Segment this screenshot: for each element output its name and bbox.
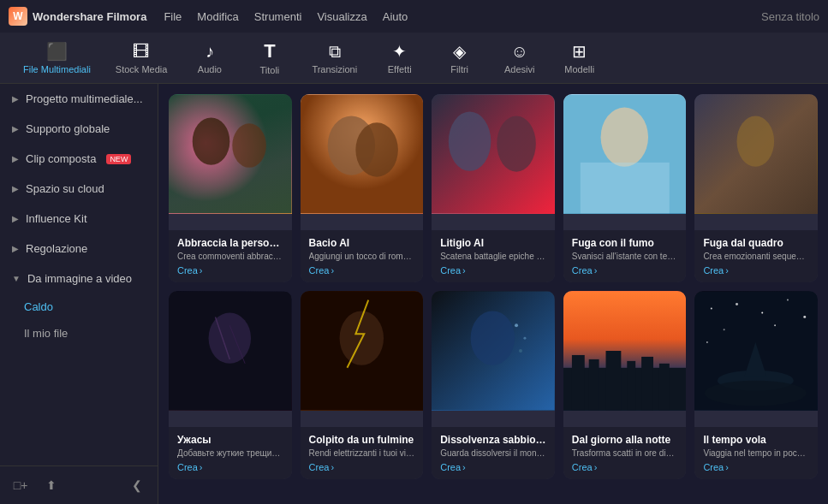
window-title: Senza titolo bbox=[761, 10, 819, 23]
new-folder-button[interactable]: □+ bbox=[9, 473, 33, 497]
svg-point-13 bbox=[737, 116, 775, 166]
chevron-icon-5: ▶ bbox=[12, 244, 19, 253]
import-button[interactable]: ⬆ bbox=[39, 473, 63, 497]
card-cta-2[interactable]: Crea › bbox=[309, 265, 415, 276]
menu-modifica[interactable]: Modifica bbox=[197, 10, 238, 23]
card-cta-4[interactable]: Crea › bbox=[572, 265, 678, 276]
menu-file[interactable]: File bbox=[164, 10, 182, 23]
card-thumb-8 bbox=[432, 291, 555, 411]
sidebar-item-spazio-su-cloud[interactable]: ▶ Spazio su cloud bbox=[0, 174, 158, 204]
titoli-icon: T bbox=[264, 40, 275, 62]
card-il-tempo-vola[interactable]: Il tempo vola Viaggia nel tempo in pochi… bbox=[694, 291, 818, 479]
svg-point-1 bbox=[193, 117, 230, 164]
card-info-5: Fuga dal quadro Crea emozionanti sequenz… bbox=[694, 230, 818, 282]
card-cta-1[interactable]: Crea › bbox=[177, 265, 283, 276]
thumb-art-9 bbox=[563, 291, 687, 411]
card-abbraccia-persona[interactable]: Abbraccia la person... Crea commoventi a… bbox=[169, 94, 292, 282]
card-info-2: Bacio AI Aggiungi un tocco di romanticis… bbox=[301, 230, 424, 282]
card-litigio-ai[interactable]: Litigio AI Scatena battaglie epiche con … bbox=[432, 94, 555, 282]
sidebar-item-label-0: Progetto multimediale... bbox=[26, 92, 143, 105]
svg-point-2 bbox=[232, 123, 266, 167]
sidebar-item-progetto-multimediale[interactable]: ▶ Progetto multimediale... bbox=[0, 84, 158, 114]
card-uzasy[interactable]: Ужасы Добавьте жуткие трещины, что... Cr… bbox=[169, 291, 292, 479]
sidebar-item-supporto-globale[interactable]: ▶ Supporto globale bbox=[0, 114, 158, 144]
card-dissolvenza-sabbiosa[interactable]: Dissolvenza sabbiosa Guarda dissolversi … bbox=[432, 291, 555, 479]
toolbar-effetti[interactable]: ✦ Effetti bbox=[372, 36, 427, 80]
sidebar-item-regolazione[interactable]: ▶ Regolazione bbox=[0, 234, 158, 264]
svg-point-37 bbox=[787, 299, 789, 301]
svg-rect-6 bbox=[432, 95, 555, 214]
svg-rect-32 bbox=[659, 364, 670, 410]
card-info-8: Dissolvenza sabbiosa Guarda dissolversi … bbox=[432, 427, 555, 479]
card-cta-9[interactable]: Crea › bbox=[572, 462, 678, 472]
card-title-1: Abbraccia la person... bbox=[177, 237, 283, 249]
svg-rect-30 bbox=[627, 361, 635, 410]
card-cta-6[interactable]: Crea › bbox=[177, 462, 283, 472]
modelli-label: Modelli bbox=[564, 64, 594, 74]
svg-point-22 bbox=[515, 323, 518, 327]
adesivi-icon: ☺ bbox=[510, 42, 527, 62]
svg-rect-27 bbox=[572, 355, 585, 410]
card-desc-2: Aggiungi un tocco di romanticismo con... bbox=[309, 252, 415, 261]
menu-visualizza[interactable]: Visualizza bbox=[317, 10, 366, 23]
chevron-icon-1: ▶ bbox=[12, 124, 19, 133]
card-cta-10[interactable]: Crea › bbox=[703, 462, 809, 472]
card-fuga-dal-quadro[interactable]: Fuga dal quadro Crea emozionanti sequenz… bbox=[694, 94, 818, 282]
sidebar-sub-item-il-mio-file[interactable]: Il mio file bbox=[0, 320, 158, 347]
card-cta-5[interactable]: Crea › bbox=[703, 265, 809, 276]
svg-point-36 bbox=[762, 311, 764, 313]
svg-rect-29 bbox=[605, 351, 621, 410]
sidebar-item-influence-kit[interactable]: ▶ Influence Kit bbox=[0, 204, 158, 234]
thumb-art-10 bbox=[694, 291, 818, 411]
sidebar-collapse-button[interactable]: ❮ bbox=[125, 473, 149, 497]
card-thumb-4 bbox=[563, 94, 687, 214]
thumb-art-7 bbox=[301, 291, 424, 411]
card-dal-giorno-alla-notte[interactable]: Dal giorno alla notte Trasforma scatti i… bbox=[563, 291, 687, 479]
toolbar-transizioni[interactable]: ⧉ Transizioni bbox=[301, 37, 367, 80]
sidebar-item-label-3: Spazio su cloud bbox=[26, 182, 104, 195]
file-multimediali-icon: ⬛ bbox=[46, 41, 68, 62]
audio-label: Audio bbox=[198, 64, 222, 74]
toolbar-file-multimediali[interactable]: ⬛ File Multimediali bbox=[13, 36, 101, 80]
card-title-8: Dissolvenza sabbiosa bbox=[440, 434, 546, 446]
toolbar-titoli[interactable]: T Titoli bbox=[241, 35, 297, 80]
card-title-3: Litigio AI bbox=[440, 237, 546, 249]
badge-new: NEW bbox=[106, 154, 131, 164]
sidebar-item-clip-composta[interactable]: ▶ Clip composta NEW bbox=[0, 144, 158, 174]
thumb-art-5 bbox=[694, 94, 818, 214]
toolbar-filtri[interactable]: ◈ Filtri bbox=[432, 36, 487, 80]
card-thumb-6 bbox=[169, 291, 292, 411]
card-cta-7[interactable]: Crea › bbox=[309, 462, 415, 472]
card-colpito-fulmine[interactable]: Colpito da un fulmine Rendi elettrizzant… bbox=[301, 291, 424, 479]
card-desc-10: Viaggia nel tempo in pochi secondi... bbox=[703, 448, 809, 458]
svg-point-15 bbox=[209, 312, 252, 363]
toolbar-audio[interactable]: ♪ Audio bbox=[182, 37, 237, 80]
card-cta-3[interactable]: Crea › bbox=[440, 265, 546, 276]
menu-strumenti[interactable]: Strumenti bbox=[254, 10, 302, 23]
card-title-4: Fuga con il fumo bbox=[572, 237, 678, 249]
card-fuga-con-fumo[interactable]: Fuga con il fumo Svanisci all'istante co… bbox=[563, 94, 687, 282]
toolbar-stock-media[interactable]: 🎞 Stock Media bbox=[105, 37, 178, 80]
menu-aiuto[interactable]: Aiuto bbox=[383, 10, 408, 23]
card-thumb-7 bbox=[301, 291, 424, 411]
toolbar-modelli[interactable]: ⊞ Modelli bbox=[551, 36, 607, 80]
thumb-art-6 bbox=[169, 291, 292, 411]
sidebar-item-da-immagine-a-video[interactable]: ▼ Da immagine a video bbox=[0, 264, 158, 294]
svg-rect-31 bbox=[641, 357, 653, 410]
svg-point-40 bbox=[774, 324, 776, 326]
svg-point-5 bbox=[355, 122, 398, 176]
chevron-icon-0: ▶ bbox=[12, 94, 19, 104]
logo-icon: W bbox=[9, 7, 27, 26]
sidebar-sub-item-caldo[interactable]: Caldo bbox=[0, 294, 158, 320]
svg-point-8 bbox=[497, 116, 536, 171]
card-bacio-ai[interactable]: Bacio AI Aggiungi un tocco di romanticis… bbox=[301, 94, 424, 282]
effetti-label: Effetti bbox=[388, 64, 412, 74]
svg-point-39 bbox=[724, 329, 725, 330]
card-cta-8[interactable]: Crea › bbox=[440, 462, 546, 472]
thumb-art-1 bbox=[169, 94, 292, 214]
card-title-5: Fuga dal quadro bbox=[703, 237, 809, 249]
thumb-art-2 bbox=[301, 94, 424, 214]
svg-point-7 bbox=[449, 111, 491, 170]
svg-point-44 bbox=[705, 381, 807, 406]
toolbar-adesivi[interactable]: ☺ Adesivi bbox=[491, 37, 547, 80]
